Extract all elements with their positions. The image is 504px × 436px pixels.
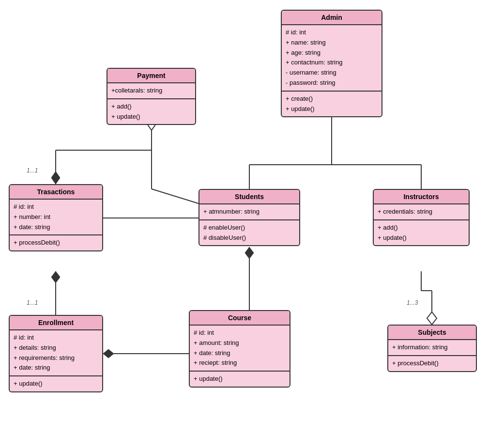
payment-attributes: +colletarals: string — [107, 83, 195, 99]
enrollment-attr-0: # id: int — [14, 333, 98, 343]
transactions-class: Trasactions # id: int + number: int + da… — [9, 184, 103, 251]
multiplicity-2: 1...3 — [407, 299, 418, 306]
students-class: Students + atmnumber: string # enableUse… — [199, 189, 300, 246]
course-attr-0: # id: int — [194, 328, 286, 338]
course-title: Course — [228, 314, 251, 322]
instructors-attr-0: + credentials: string — [378, 207, 465, 217]
enrollment-method-0: + update() — [14, 379, 98, 389]
svg-marker-23 — [427, 312, 437, 325]
course-method-0: + update() — [194, 374, 286, 384]
admin-method-0: + create() — [286, 94, 378, 104]
enrollment-title: Enrollment — [38, 319, 74, 327]
instructors-header: Instructors — [374, 190, 469, 204]
payment-methods: + add() + update() — [107, 99, 195, 125]
admin-method-1: + update() — [286, 104, 378, 114]
subjects-methods: + processDebit() — [388, 356, 476, 371]
students-methods: # enableUser() # disableUser() — [199, 220, 299, 246]
students-method-1: # disableUser() — [203, 233, 295, 243]
multiplicity-1: 1...1 — [27, 299, 38, 306]
transactions-attr-0: # id: int — [14, 202, 98, 212]
admin-attr-0: # id: int — [286, 28, 378, 38]
transactions-attr-2: + date: string — [14, 222, 98, 233]
admin-title: Admin — [321, 14, 342, 21]
enrollment-header: Enrollment — [10, 316, 102, 330]
subjects-method-0: + processDebit() — [392, 358, 472, 369]
transactions-attr-1: + number: int — [14, 212, 98, 222]
transactions-methods: + processDebit() — [10, 235, 102, 250]
students-title: Students — [235, 193, 264, 201]
svg-marker-19 — [51, 271, 60, 283]
admin-attr-2: + age: string — [286, 48, 378, 58]
students-header: Students — [199, 190, 299, 204]
svg-marker-3 — [51, 171, 60, 184]
enrollment-methods: + update() — [10, 376, 102, 391]
course-attr-2: + date: string — [194, 348, 286, 358]
payment-title: Payment — [137, 72, 165, 79]
payment-method-0: + add() — [111, 102, 191, 112]
payment-method-1: + update() — [111, 112, 191, 122]
uml-diagram: Admin # id: int + name: string + age: st… — [0, 0, 504, 436]
course-attributes: # id: int + amount: string + date: strin… — [190, 326, 290, 372]
admin-attr-4: - username: string — [286, 68, 378, 78]
enrollment-attr-1: + details: string — [14, 343, 98, 353]
course-attr-1: + amount: string — [194, 338, 286, 348]
transactions-header: Trasactions — [10, 185, 102, 200]
admin-attr-1: + name: string — [286, 38, 378, 48]
enrollment-attributes: # id: int + details: string + requiremen… — [10, 330, 102, 376]
course-class: Course # id: int + amount: string + date… — [189, 310, 290, 388]
instructors-class: Instructors + credentials: string + add(… — [373, 189, 470, 246]
multiplicity-0: 1...1 — [27, 167, 38, 174]
students-method-0: # enableUser() — [203, 223, 295, 233]
admin-attr-3: + contactnum: string — [286, 58, 378, 68]
course-attr-3: + reciept: string — [194, 358, 286, 368]
students-attr-0: + atmnumber: string — [203, 207, 295, 217]
instructors-attributes: + credentials: string — [374, 204, 469, 220]
transactions-method-0: + processDebit() — [14, 238, 98, 248]
svg-marker-17 — [103, 349, 114, 358]
admin-class: Admin # id: int + name: string + age: st… — [281, 10, 382, 117]
transactions-title: Trasactions — [37, 188, 75, 196]
transactions-attributes: # id: int + number: int + date: string — [10, 200, 102, 235]
course-methods: + update() — [190, 372, 290, 387]
subjects-title: Subjects — [418, 328, 446, 336]
enrollment-attr-2: + requirements: string — [14, 353, 98, 363]
svg-line-5 — [152, 189, 199, 203]
course-header: Course — [190, 311, 290, 326]
payment-class: Payment +colletarals: string + add() + u… — [107, 68, 196, 125]
payment-attr-0: +colletarals: string — [111, 86, 191, 96]
instructors-methods: + add() + update() — [374, 220, 469, 246]
students-attributes: + atmnumber: string — [199, 204, 299, 220]
subjects-header: Subjects — [388, 326, 476, 340]
instructors-title: Instructors — [403, 193, 439, 201]
enrollment-attr-3: + date: string — [14, 363, 98, 373]
instructors-method-1: + update() — [378, 233, 465, 243]
subjects-attr-0: + information: string — [392, 343, 472, 353]
subjects-class: Subjects + information: string + process… — [387, 325, 477, 372]
enrollment-class: Enrollment # id: int + details: string +… — [9, 315, 103, 392]
subjects-attributes: + information: string — [388, 340, 476, 356]
payment-header: Payment — [107, 69, 195, 83]
admin-attributes: # id: int + name: string + age: string +… — [282, 25, 382, 92]
admin-header: Admin — [282, 11, 382, 25]
admin-attr-5: - password: string — [286, 78, 378, 88]
instructors-method-0: + add() — [378, 223, 465, 233]
svg-marker-15 — [245, 247, 254, 259]
admin-methods: + create() + update() — [282, 92, 382, 117]
